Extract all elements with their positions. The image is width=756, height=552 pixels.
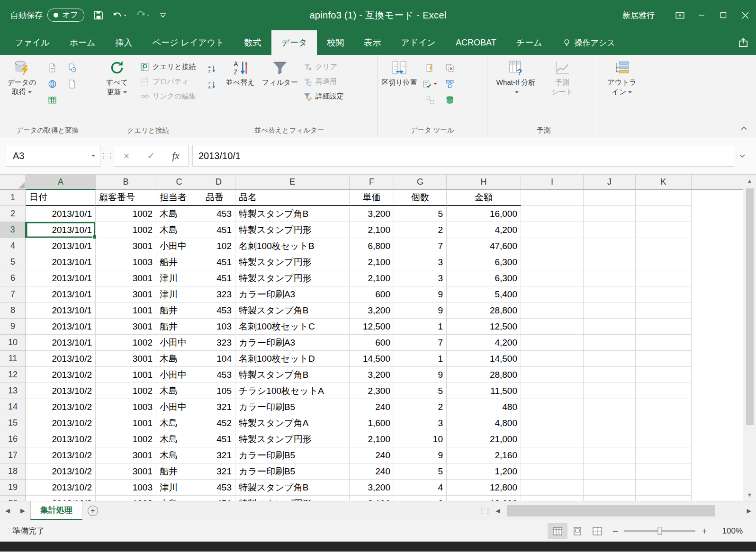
cell-J7[interactable] xyxy=(584,286,636,303)
cell-I17[interactable] xyxy=(521,447,584,463)
undo-dropdown-icon[interactable] xyxy=(124,15,126,18)
cell-B3[interactable]: 1002 xyxy=(96,222,156,238)
ribbon-tab-5[interactable]: データ xyxy=(271,30,317,55)
share-button[interactable] xyxy=(738,30,748,55)
cell-C17[interactable]: 木島 xyxy=(156,447,202,463)
ribbon-tab-10[interactable]: チーム xyxy=(506,30,552,55)
cell-J4[interactable] xyxy=(584,238,636,254)
cell-G7[interactable]: 9 xyxy=(394,286,447,303)
cell-A14[interactable]: 2013/10/2 xyxy=(26,399,96,415)
cell-G15[interactable]: 3 xyxy=(394,415,447,431)
cell-H1[interactable]: 金額 xyxy=(447,190,521,206)
get-data-button[interactable]: データの 取得 xyxy=(2,58,42,96)
cell-D18[interactable]: 321 xyxy=(202,463,235,480)
ribbon-tab-2[interactable]: 挿入 xyxy=(106,30,143,55)
sort-button[interactable]: AZ 並べ替え xyxy=(220,58,260,87)
cell-G11[interactable]: 1 xyxy=(394,351,447,367)
cell-G6[interactable]: 3 xyxy=(394,270,447,286)
zoom-slider[interactable] xyxy=(624,530,695,532)
ribbon-tab-8[interactable]: アドイン xyxy=(391,30,446,55)
cell-F12[interactable]: 3,200 xyxy=(350,367,394,383)
cell-E7[interactable]: カラー印刷A3 xyxy=(235,286,350,303)
cell-E11[interactable]: 名刺100枚セットD xyxy=(235,351,350,367)
sheet-tab-active[interactable]: 集計処理 xyxy=(30,501,82,520)
text-to-columns-button[interactable]: 区切り位置 xyxy=(379,58,419,87)
cell-A15[interactable]: 2013/10/2 xyxy=(26,415,96,431)
cell-J19[interactable] xyxy=(584,480,636,496)
cell-F1[interactable]: 単価 xyxy=(350,190,394,206)
existing-connections-button[interactable] xyxy=(63,77,81,91)
autosave-toggle[interactable]: 自動保存 オフ xyxy=(10,9,84,22)
cell-E15[interactable]: 特製スタンプ角A xyxy=(235,415,350,431)
redo-dropdown-icon[interactable] xyxy=(147,15,150,18)
row-header-10[interactable]: 10 xyxy=(0,335,26,351)
cell-G4[interactable]: 7 xyxy=(394,238,447,254)
edit-links-button[interactable]: リンクの編集 xyxy=(137,90,199,103)
cell-J20[interactable] xyxy=(584,496,636,501)
refresh-all-button[interactable]: すべて 更新 xyxy=(97,58,137,96)
consolidate-button[interactable] xyxy=(441,77,458,91)
cell-E9[interactable]: 名刺100枚セットC xyxy=(235,319,350,335)
filter-button[interactable]: フィルター xyxy=(260,58,300,87)
cell-K13[interactable] xyxy=(636,383,692,399)
cell-C12[interactable]: 小田中 xyxy=(156,367,202,383)
row-header-3[interactable]: 3 xyxy=(0,222,26,238)
cancel-entry-button[interactable]: × xyxy=(114,150,139,161)
ribbon-tab-6[interactable]: 校閲 xyxy=(317,30,354,55)
column-header-A[interactable]: A xyxy=(26,175,96,190)
cell-E13[interactable]: チラシ100枚セットA xyxy=(235,383,350,399)
cell-E18[interactable]: カラー印刷B5 xyxy=(235,463,350,480)
cell-I1[interactable] xyxy=(521,190,584,206)
name-box[interactable]: A3 xyxy=(6,145,100,167)
cell-D14[interactable]: 321 xyxy=(202,399,235,415)
tell-me-button[interactable]: 操作アシス xyxy=(563,30,615,55)
cell-H19[interactable]: 12,800 xyxy=(447,480,521,496)
reapply-filter-button[interactable]: 再適用 xyxy=(300,75,347,88)
cell-E20[interactable]: 特製スタンプ円形 xyxy=(235,496,350,501)
cell-D2[interactable]: 453 xyxy=(202,206,235,222)
cell-B13[interactable]: 1002 xyxy=(96,383,156,399)
cell-J5[interactable] xyxy=(584,254,636,270)
cell-I7[interactable] xyxy=(521,286,584,303)
cell-I16[interactable] xyxy=(521,431,584,447)
cell-E17[interactable]: カラー印刷B5 xyxy=(235,447,350,463)
cell-H13[interactable]: 11,500 xyxy=(447,383,521,399)
cell-B15[interactable]: 1001 xyxy=(96,415,156,431)
zoom-out-button[interactable]: − xyxy=(607,525,623,537)
cell-A18[interactable]: 2013/10/2 xyxy=(26,463,96,480)
cell-F2[interactable]: 3,200 xyxy=(350,206,394,222)
cell-C13[interactable]: 木島 xyxy=(156,383,202,399)
cell-F17[interactable]: 240 xyxy=(350,447,394,463)
cell-F5[interactable]: 2,100 xyxy=(350,254,394,270)
vertical-scroll-thumb[interactable] xyxy=(746,188,754,425)
column-header-I[interactable]: I xyxy=(521,175,584,190)
scroll-up-button[interactable]: ▲ xyxy=(743,175,756,187)
cell-E10[interactable]: カラー印刷A3 xyxy=(235,335,350,351)
cell-K8[interactable] xyxy=(636,303,692,319)
cell-H2[interactable]: 16,000 xyxy=(447,206,521,222)
cell-J1[interactable] xyxy=(584,190,636,206)
cell-J8[interactable] xyxy=(584,303,636,319)
cell-A11[interactable]: 2013/10/2 xyxy=(26,351,96,367)
cell-H8[interactable]: 28,800 xyxy=(447,303,521,319)
cell-I6[interactable] xyxy=(521,270,584,286)
cell-G5[interactable]: 3 xyxy=(394,254,447,270)
cell-A6[interactable]: 2013/10/1 xyxy=(26,270,96,286)
cell-I18[interactable] xyxy=(521,463,584,480)
cell-I10[interactable] xyxy=(521,335,584,351)
cell-A10[interactable]: 2013/10/1 xyxy=(26,335,96,351)
cell-B11[interactable]: 3001 xyxy=(96,351,156,367)
ribbon-tab-1[interactable]: ホーム xyxy=(60,30,106,55)
row-header-8[interactable]: 8 xyxy=(0,303,26,319)
cell-E6[interactable]: 特製スタンプ円形 xyxy=(235,270,350,286)
cell-J14[interactable] xyxy=(584,399,636,415)
save-button[interactable] xyxy=(94,10,103,20)
cell-I20[interactable] xyxy=(521,496,584,501)
column-header-F[interactable]: F xyxy=(350,175,394,190)
row-header-12[interactable]: 12 xyxy=(0,367,26,383)
remove-duplicates-button[interactable] xyxy=(441,61,458,75)
name-box-dropdown-icon[interactable] xyxy=(91,155,95,159)
cell-G10[interactable]: 7 xyxy=(394,335,447,351)
collapse-ribbon-button[interactable] xyxy=(740,125,747,133)
cell-D5[interactable]: 451 xyxy=(202,254,235,270)
